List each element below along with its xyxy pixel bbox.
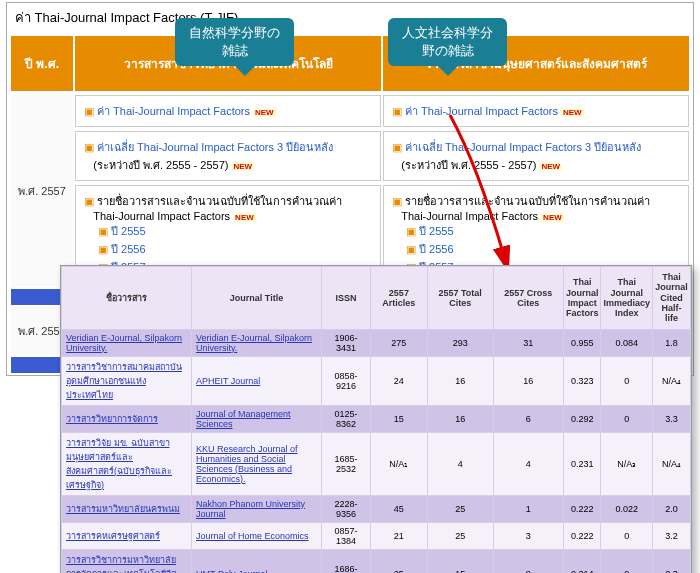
data-cell: 0.231 <box>563 432 601 495</box>
data-cell: 1685-2532 <box>322 432 371 495</box>
journal-link[interactable]: วารสารวิทยาการจัดการ <box>66 414 158 424</box>
list-header2: Thai-Journal Impact Factors <box>93 210 230 222</box>
data-cell: 0 <box>493 549 563 573</box>
journal-link[interactable]: APHEIT Journal <box>196 376 260 386</box>
col-header[interactable]: 2557 Cross Cites <box>493 267 563 330</box>
journal-link[interactable]: UMT-Poly Journal <box>196 569 268 573</box>
avg-link[interactable]: ค่าเฉลี่ย Thai-Journal Impact Factors 3 … <box>97 141 333 153</box>
callout-text: 自然科学分野の雑誌 <box>189 25 280 58</box>
header-row: ปี พ.ศ. วารสารสาขาวิทยาศาสตร์และเทคโนโลย… <box>11 36 689 91</box>
bullet-icon: ▣ <box>98 243 108 255</box>
data-cell: 0.292 <box>563 405 601 432</box>
journal-name-en[interactable]: APHEIT Journal <box>192 356 322 405</box>
year-link-2555[interactable]: ปี 2555 <box>111 225 146 237</box>
bullet-icon: ▣ <box>392 141 402 153</box>
journal-name-th[interactable]: วารสารคหเศรษฐศาสตร์ <box>62 522 192 549</box>
col-header[interactable]: ชื่อวารสาร <box>62 267 192 330</box>
data-cell: 21 <box>370 522 427 549</box>
callout-arrow-icon <box>438 66 458 76</box>
journal-link[interactable]: Journal of Management Sciences <box>196 409 291 429</box>
journal-name-th[interactable]: วารสารมหาวิทยาลัยนครพนม <box>62 495 192 522</box>
data-cell: 4 <box>427 432 493 495</box>
year-subitem: ▣ปี 2555 <box>84 222 372 240</box>
new-tag: NEW <box>539 162 562 171</box>
data-cell: 16 <box>493 356 563 405</box>
journal-link[interactable]: Veridian E-Journal, Silpakorn University… <box>196 333 312 353</box>
data-cell: 0 <box>601 522 653 549</box>
year-subitem: ▣ปี 2556 <box>84 240 372 258</box>
data-cell: 45 <box>370 495 427 522</box>
journal-name-th[interactable]: Veridian E-Journal, Silpakorn University… <box>62 329 192 356</box>
data-cell: 3.3 <box>653 405 691 432</box>
journal-table: ชื่อวารสารJournal TitleISSN2557 Articles… <box>61 266 691 573</box>
col-header[interactable]: ISSN <box>322 267 371 330</box>
journal-name-th[interactable]: วารสารวิจัย มข. ฉบับสาขามนุษยศาสตร์และสั… <box>62 432 192 495</box>
col-header[interactable]: ThaiJournalImmediacyIndex <box>601 267 653 330</box>
callout-text: 人文社会科学分野の雑誌 <box>402 25 493 58</box>
panel-title: ค่า Thai-Journal Impact Factors (T-JIF) <box>7 3 693 32</box>
data-cell: 2.3 <box>653 549 691 573</box>
journal-name-en[interactable]: Nakhon Phanom University Journal <box>192 495 322 522</box>
col-header[interactable]: ThaiJournalImpactFactors <box>563 267 601 330</box>
data-cell: 1.8 <box>653 329 691 356</box>
data-cell: 6 <box>493 405 563 432</box>
journal-name-en[interactable]: Journal of Management Sciences <box>192 405 322 432</box>
bullet-icon: ▣ <box>406 243 416 255</box>
data-cell: N/A₁ <box>370 432 427 495</box>
journal-name-th[interactable]: วารสารวิชาการสมาคมสถาบันอุดมศึกษาเอกชนแห… <box>62 356 192 405</box>
data-cell: 24 <box>370 356 427 405</box>
data-cell: 0.323 <box>563 356 601 405</box>
jif-link[interactable]: ค่า Thai-Journal Impact Factors <box>97 105 250 117</box>
new-tag: NEW <box>231 162 254 171</box>
bullet-icon: ▣ <box>392 105 402 117</box>
table-row: วารสารวิชาการสมาคมสถาบันอุดมศึกษาเอกชนแห… <box>62 356 691 405</box>
journal-name-th[interactable]: วารสารวิทยาการจัดการ <box>62 405 192 432</box>
data-cell: 0.022 <box>601 495 653 522</box>
col-header[interactable]: ThaiJournalCitedHalf-life <box>653 267 691 330</box>
col-header[interactable]: 2557 Articles <box>370 267 427 330</box>
data-cell: 0 <box>601 405 653 432</box>
journal-link[interactable]: วารสารคหเศรษฐศาสตร์ <box>66 531 160 541</box>
new-tag: NEW <box>233 213 256 222</box>
journal-link[interactable]: วารสารมหาวิทยาลัยนครพนม <box>66 504 180 514</box>
year-link-2556[interactable]: ปี 2556 <box>111 243 146 255</box>
data-cell: 1 <box>493 495 563 522</box>
journal-name-en[interactable]: KKU Research Journal of Humanities and S… <box>192 432 322 495</box>
data-cell: 31 <box>493 329 563 356</box>
data-cell: 0858-9216 <box>322 356 371 405</box>
table-row: วารสารคหเศรษฐศาสตร์Journal of Home Econo… <box>62 522 691 549</box>
data-cell: 0 <box>601 549 653 573</box>
journal-link[interactable]: Journal of Home Economics <box>196 531 309 541</box>
science-avg-box: ▣ค่าเฉลี่ย Thai-Journal Impact Factors 3… <box>75 131 381 181</box>
new-tag: NEW <box>561 108 584 117</box>
data-cell: 16 <box>427 356 493 405</box>
journal-link[interactable]: วารสารวิชาการสมาคมสถาบันอุดมศึกษาเอกชนแห… <box>66 362 182 400</box>
data-cell: 0.214 <box>563 549 601 573</box>
journal-link[interactable]: Veridian E-Journal, Silpakorn University… <box>66 333 182 353</box>
journal-link[interactable]: Nakhon Phanom University Journal <box>196 499 305 519</box>
table-row: วารสารวิจัย มข. ฉบับสาขามนุษยศาสตร์และสั… <box>62 432 691 495</box>
journal-table-panel: ชื่อวารสารJournal TitleISSN2557 Articles… <box>60 265 692 573</box>
data-cell: 3 <box>493 522 563 549</box>
bullet-icon: ▣ <box>84 105 94 117</box>
data-cell: 1686-7440 <box>322 549 371 573</box>
data-cell: 0.955 <box>563 329 601 356</box>
col-header[interactable]: 2557 Total Cites <box>427 267 493 330</box>
data-cell: 2.0 <box>653 495 691 522</box>
avg-range: (ระหว่างปี พ.ศ. 2555 - 2557) <box>93 159 228 171</box>
data-cell: N/A₄ <box>653 356 691 405</box>
journal-name-en[interactable]: UMT-Poly Journal <box>192 549 322 573</box>
col-header[interactable]: Journal Title <box>192 267 322 330</box>
bullet-icon: ▣ <box>84 141 94 153</box>
data-cell: 3.2 <box>653 522 691 549</box>
journal-link[interactable]: วารสารวิจัย มข. ฉบับสาขามนุษยศาสตร์และสั… <box>66 438 172 490</box>
table-body: Veridian E-Journal, Silpakorn University… <box>62 329 691 573</box>
callout-humanities: 人文社会科学分野の雑誌 <box>388 18 507 66</box>
data-cell: N/A₃ <box>601 432 653 495</box>
journal-link[interactable]: KKU Research Journal of Humanities and S… <box>196 444 298 484</box>
journal-name-en[interactable]: Veridian E-Journal, Silpakorn University… <box>192 329 322 356</box>
table-head-row: ชื่อวารสารJournal TitleISSN2557 Articles… <box>62 267 691 330</box>
journal-name-en[interactable]: Journal of Home Economics <box>192 522 322 549</box>
journal-name-th[interactable]: วารสารวิชาการมหาวิทยาลัยการจัดการและเทคโ… <box>62 549 192 573</box>
journal-link[interactable]: วารสารวิชาการมหาวิทยาลัยการจัดการและเทคโ… <box>66 555 176 573</box>
